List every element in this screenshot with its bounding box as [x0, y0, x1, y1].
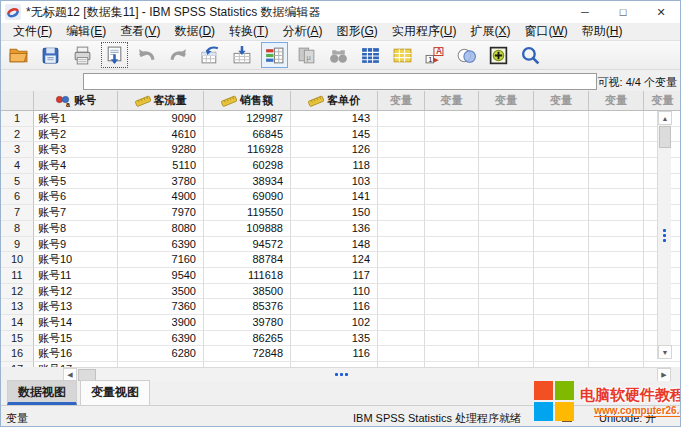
- cell-empty[interactable]: [589, 237, 644, 253]
- tab-variable-view[interactable]: 变量视图: [80, 380, 150, 405]
- descriptives-icon[interactable]: μ: [293, 42, 320, 68]
- cell-empty[interactable]: [378, 237, 425, 253]
- row-number[interactable]: 15: [1, 331, 34, 347]
- cell-price[interactable]: 102: [291, 315, 378, 331]
- cell-empty[interactable]: [425, 252, 479, 268]
- cell-empty[interactable]: [425, 189, 479, 205]
- row-number[interactable]: 16: [1, 346, 34, 362]
- cell-empty[interactable]: [589, 221, 644, 237]
- cell-price[interactable]: 143: [291, 111, 378, 127]
- row-number[interactable]: 2: [1, 127, 34, 143]
- row-number[interactable]: 7: [1, 205, 34, 221]
- cell-account[interactable]: 账号6: [34, 189, 118, 205]
- vertical-scroll-thumb[interactable]: [659, 126, 671, 148]
- recall-dialogs-icon[interactable]: [101, 42, 128, 68]
- cell-sales[interactable]: 60298: [204, 158, 291, 174]
- select-cases-icon[interactable]: [453, 42, 480, 68]
- cell-empty[interactable]: [589, 299, 644, 315]
- menu-item-analyze[interactable]: 分析(A): [275, 23, 329, 40]
- row-number[interactable]: 13: [1, 299, 34, 315]
- row-number[interactable]: 3: [1, 142, 34, 158]
- cell-price[interactable]: 141: [291, 189, 378, 205]
- cell-empty[interactable]: [534, 158, 589, 174]
- cell-traffic[interactable]: 9280: [118, 142, 204, 158]
- menu-item-transform[interactable]: 转换(T): [222, 23, 275, 40]
- column-header-variable-3[interactable]: 变量: [479, 91, 534, 111]
- insert-variable-icon[interactable]: [389, 42, 416, 68]
- cell-empty[interactable]: [378, 189, 425, 205]
- cell-empty[interactable]: [425, 315, 479, 331]
- cell-empty[interactable]: [479, 174, 534, 190]
- cell-empty[interactable]: [589, 205, 644, 221]
- menu-item-window[interactable]: 窗口(W): [517, 23, 574, 40]
- cell-price[interactable]: 135: [291, 331, 378, 347]
- cell-price[interactable]: 116: [291, 299, 378, 315]
- cell-price[interactable]: 150: [291, 205, 378, 221]
- value-labels-icon[interactable]: 1A: [421, 42, 448, 68]
- scroll-up-button[interactable]: ▲: [658, 111, 672, 125]
- cell-sales[interactable]: 86265: [204, 331, 291, 347]
- cell-sales[interactable]: 66845: [204, 127, 291, 143]
- cell-traffic[interactable]: 3780: [118, 174, 204, 190]
- grid-origin-cell[interactable]: [1, 91, 34, 111]
- cell-empty[interactable]: [479, 111, 534, 127]
- scroll-down-button[interactable]: ▼: [658, 345, 672, 359]
- menu-item-data[interactable]: 数据(D): [167, 23, 222, 40]
- cell-empty[interactable]: [589, 284, 644, 300]
- cell-empty[interactable]: [534, 252, 589, 268]
- cell-price[interactable]: 118: [291, 158, 378, 174]
- cell-empty[interactable]: [378, 205, 425, 221]
- column-header-variable-6[interactable]: 变量: [644, 91, 681, 111]
- zoom-icon[interactable]: [517, 42, 544, 68]
- variables-icon[interactable]: [261, 42, 288, 68]
- cell-traffic[interactable]: 8080: [118, 221, 204, 237]
- cell-empty[interactable]: [378, 221, 425, 237]
- tab-data-view[interactable]: 数据视图: [7, 380, 77, 405]
- cell-sales[interactable]: 109888: [204, 221, 291, 237]
- insert-cases-icon[interactable]: [357, 42, 384, 68]
- row-number[interactable]: 5: [1, 174, 34, 190]
- cell-traffic[interactable]: 4900: [118, 189, 204, 205]
- cell-account[interactable]: 账号3: [34, 142, 118, 158]
- cell-empty[interactable]: [589, 111, 644, 127]
- cell-account[interactable]: 账号5: [34, 174, 118, 190]
- cell-sales[interactable]: 116928: [204, 142, 291, 158]
- cell-traffic[interactable]: 9540: [118, 268, 204, 284]
- cell-empty[interactable]: [534, 221, 589, 237]
- cell-account[interactable]: 账号10: [34, 252, 118, 268]
- horizontal-splitter-handle[interactable]: [335, 373, 348, 376]
- cell-empty[interactable]: [425, 142, 479, 158]
- cell-empty[interactable]: [378, 331, 425, 347]
- cell-empty[interactable]: [589, 252, 644, 268]
- cell-empty[interactable]: [534, 268, 589, 284]
- cell-sales[interactable]: 119550: [204, 205, 291, 221]
- cell-empty[interactable]: [378, 346, 425, 362]
- cell-empty[interactable]: [534, 284, 589, 300]
- cell-empty[interactable]: [479, 142, 534, 158]
- cell-empty[interactable]: [534, 299, 589, 315]
- cell-empty[interactable]: [479, 237, 534, 253]
- menu-item-graphs[interactable]: 图形(G): [329, 23, 384, 40]
- cell-traffic[interactable]: 6390: [118, 237, 204, 253]
- cell-empty[interactable]: [479, 284, 534, 300]
- cell-empty[interactable]: [589, 315, 644, 331]
- save-icon[interactable]: [37, 42, 64, 68]
- cell-account[interactable]: 账号2: [34, 127, 118, 143]
- cell-empty[interactable]: [589, 158, 644, 174]
- cell-empty[interactable]: [479, 158, 534, 174]
- cell-sales[interactable]: 94572: [204, 237, 291, 253]
- cell-empty[interactable]: [479, 299, 534, 315]
- cell-traffic[interactable]: 9090: [118, 111, 204, 127]
- cell-empty[interactable]: [425, 221, 479, 237]
- find-icon[interactable]: [325, 42, 352, 68]
- cell-traffic[interactable]: 5110: [118, 158, 204, 174]
- cell-empty[interactable]: [425, 331, 479, 347]
- cell-empty[interactable]: [534, 111, 589, 127]
- cell-empty[interactable]: [534, 189, 589, 205]
- cell-empty[interactable]: [589, 174, 644, 190]
- menu-item-edit[interactable]: 编辑(E): [59, 23, 113, 40]
- cell-traffic[interactable]: 7970: [118, 205, 204, 221]
- cell-account[interactable]: 账号7: [34, 205, 118, 221]
- undo-icon[interactable]: [133, 42, 160, 68]
- cell-traffic[interactable]: 7360: [118, 299, 204, 315]
